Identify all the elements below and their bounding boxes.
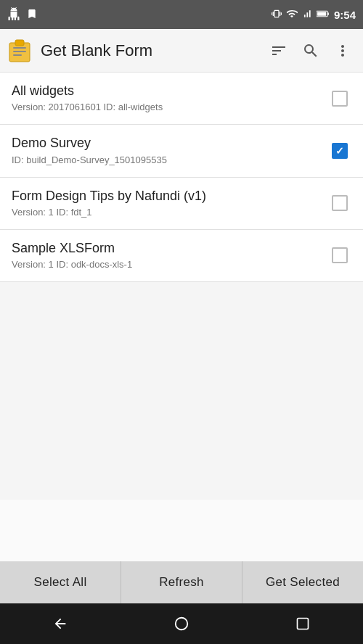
vibrate-icon [272,9,282,21]
item-subtitle: Version: 1 ID: odk-docs-xls-1 [12,259,328,271]
get-selected-button[interactable]: Get Selected [242,561,363,603]
battery-icon [317,9,330,21]
item-subtitle: Version: 2017061601 ID: all-widgets [12,102,328,114]
signal-icon [302,9,312,21]
android-icon [7,7,20,22]
svg-point-8 [176,618,188,630]
svg-rect-6 [13,51,26,52]
select-all-button[interactable]: Select All [0,561,121,603]
checkbox[interactable] [332,143,348,159]
svg-rect-4 [15,40,24,46]
checkbox-all-widgets[interactable] [328,87,351,110]
filter-button[interactable] [264,36,293,65]
list-item[interactable]: All widgets Version: 2017061601 ID: all-… [0,73,363,125]
checkbox-form-design[interactable] [328,191,351,215]
status-time: 9:54 [334,9,356,21]
recent-button[interactable] [242,603,363,644]
back-button[interactable] [0,603,121,644]
refresh-button[interactable]: Refresh [121,561,242,603]
search-button[interactable] [296,36,325,65]
svg-rect-7 [13,54,22,56]
bottom-action-bar: Select All Refresh Get Selected [0,561,363,603]
checkbox[interactable] [332,195,348,211]
app-logo [6,37,33,65]
empty-space [0,282,363,500]
item-subtitle: ID: build_Demo-Survey_1501095535 [12,154,328,167]
item-title: Sample XLSForm [12,240,328,257]
app-bar-actions [264,36,357,65]
form-list: All widgets Version: 2017061601 ID: all-… [0,73,363,561]
list-item[interactable]: Sample XLSForm Version: 1 ID: odk-docs-x… [0,230,363,282]
svg-rect-1 [327,12,329,15]
checkbox-demo-survey[interactable] [328,139,351,162]
svg-rect-5 [13,47,26,49]
bookmark-icon [26,8,38,22]
checkbox[interactable] [332,247,348,263]
item-title: Demo Survey [12,135,328,152]
list-item[interactable]: Demo Survey ID: build_Demo-Survey_150109… [0,125,363,177]
status-bar: 9:54 [0,0,363,29]
item-title: Form Design Tips by Nafundi (v1) [12,188,328,205]
item-title: All widgets [12,83,328,99]
nav-bar [0,603,363,644]
wifi-icon [286,8,298,22]
home-button[interactable] [121,603,242,644]
app-bar-title: Get Blank Form [41,41,264,60]
app-bar: Get Blank Form [0,29,363,73]
checkbox-sample-xls[interactable] [328,244,351,267]
item-subtitle: Version: 1 ID: fdt_1 [12,207,328,219]
svg-rect-2 [317,12,326,15]
list-item[interactable]: Form Design Tips by Nafundi (v1) Version… [0,178,363,230]
svg-rect-9 [297,619,308,629]
checkbox[interactable] [332,91,348,107]
more-button[interactable] [328,36,357,65]
